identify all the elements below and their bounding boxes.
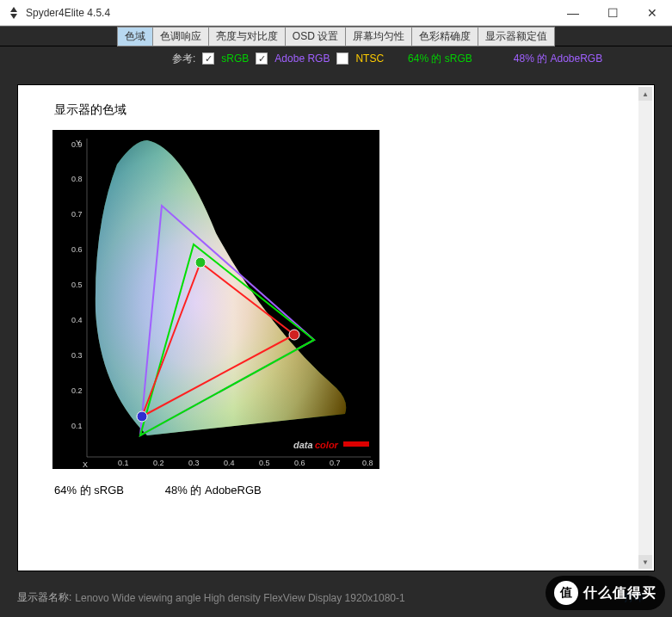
gamut-panel: ▲ ▼ 显示器的色域 [17, 84, 655, 571]
close-button[interactable]: ✕ [632, 0, 672, 26]
display-name-value: Lenovo Wide viewing angle High density F… [75, 592, 404, 604]
tab-bar: 色域色调响应亮度与对比度OSD 设置屏幕均匀性色彩精确度显示器额定值 [0, 26, 672, 46]
ref-srgb-label: sRGB [221, 52, 249, 65]
checkbox-adobergb[interactable]: ✓ [256, 52, 268, 65]
ref-pct-adobe: 48% 的 AdobeRGB [514, 52, 602, 66]
result-srgb: 64% 的 sRGB [54, 484, 124, 497]
scrollbar[interactable]: ▲ ▼ [638, 87, 652, 569]
tab-OSD 设置[interactable]: OSD 设置 [286, 27, 346, 46]
scroll-down-icon[interactable]: ▼ [638, 555, 652, 569]
tab-色调响应[interactable]: 色调响应 [153, 27, 209, 46]
svg-point-6 [195, 257, 206, 268]
result-row: 64% 的 sRGB 48% 的 AdobeRGB [54, 483, 628, 498]
watermark-badge: 值 [554, 581, 578, 605]
svg-text:X: X [83, 460, 88, 469]
ref-pct-srgb: 64% 的 sRGB [408, 52, 472, 66]
result-adobe: 48% 的 AdobeRGB [165, 484, 262, 497]
tab-亮度与对比度[interactable]: 亮度与对比度 [209, 27, 286, 46]
svg-point-7 [137, 411, 147, 422]
svg-rect-10 [343, 441, 369, 447]
svg-point-5 [289, 330, 299, 340]
svg-text:data: data [293, 440, 313, 450]
window-titlebar: Spyder4Elite 4.5.4 — ☐ ✕ [0, 0, 672, 26]
ref-ntsc-label: NTSC [355, 52, 384, 65]
chromaticity-chart: data color X Y 0.9 0.8 0.7 0.6 0.5 0.4 0… [52, 130, 379, 469]
tab-色彩精确度[interactable]: 色彩精确度 [412, 27, 478, 46]
ref-adobe-label: Adobe RGB [274, 52, 330, 65]
content-area: ▲ ▼ 显示器的色域 [0, 71, 672, 578]
maximize-button[interactable]: ☐ [593, 0, 632, 26]
tab-显示器额定值[interactable]: 显示器额定值 [478, 27, 555, 46]
window-title: Spyder4Elite 4.5.4 [26, 7, 110, 19]
svg-text:color: color [315, 440, 339, 450]
checkbox-srgb[interactable]: ✓ [202, 52, 214, 65]
reference-label: 参考: [172, 52, 195, 66]
watermark-text: 什么值得买 [583, 584, 657, 602]
app-icon [7, 6, 21, 20]
scroll-up-icon[interactable]: ▲ [638, 87, 652, 101]
checkbox-ntsc[interactable] [336, 52, 348, 65]
panel-title: 显示器的色域 [54, 102, 628, 118]
watermark: 值 什么值得买 [546, 576, 665, 610]
minimize-button[interactable]: — [553, 0, 593, 26]
tab-色域[interactable]: 色域 [117, 27, 153, 46]
reference-bar: 参考: ✓ sRGB ✓ Adobe RGB NTSC 64% 的 sRGB 4… [0, 46, 672, 71]
display-name-label: 显示器名称: [17, 590, 71, 605]
tab-屏幕均匀性[interactable]: 屏幕均匀性 [346, 27, 412, 46]
